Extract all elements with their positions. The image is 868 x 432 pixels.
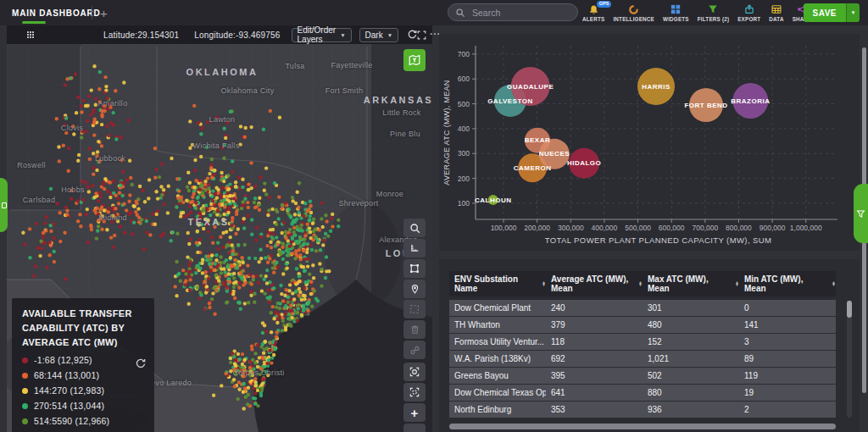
- table-vertical-scrollbar-thumb[interactable]: [847, 301, 852, 318]
- svg-text:400: 400: [458, 125, 470, 133]
- map-recenter-button[interactable]: [403, 363, 426, 381]
- legend-item--1:68[interactable]: -1:68 (12,925): [22, 355, 144, 365]
- map-select-region-button[interactable]: [403, 300, 426, 318]
- sort-icon[interactable]: ▲▼: [832, 281, 836, 286]
- svg-text:TOTAL POWER PLANT PLANNED CAPA: TOTAL POWER PLANT PLANNED CAPACITY (MW),…: [545, 235, 772, 245]
- nav-export-label: EXPORT: [737, 16, 760, 22]
- nav-widgets-button[interactable]: WIDGETS: [659, 0, 693, 25]
- bell-icon: GPS: [588, 3, 599, 15]
- svg-text:200,000: 200,000: [524, 224, 550, 232]
- column-header[interactable]: Average ATC (MW), Mean▲▼: [546, 274, 643, 293]
- map-canvas[interactable]: OKLAHOMATulsaFayettevilleOklahoma CityFo…: [7, 44, 432, 432]
- search-icon: [409, 222, 421, 235]
- search-box[interactable]: [448, 3, 578, 21]
- legend-item-144:270[interactable]: 144:270 (12,983): [22, 385, 144, 396]
- nav-alerts-button[interactable]: GPSALERTS: [578, 0, 609, 25]
- table-cell: Greens Bayou: [449, 371, 546, 380]
- search-input[interactable]: [470, 7, 570, 19]
- table-cell: 240: [546, 303, 643, 313]
- svg-text:NUECES: NUECES: [539, 150, 570, 158]
- svg-text:800,000: 800,000: [726, 224, 752, 232]
- save-button[interactable]: SAVE ▾: [804, 3, 860, 22]
- map-zoom-out-button[interactable]: −: [403, 424, 426, 432]
- legend-item-label: -1:68 (12,925): [34, 355, 92, 365]
- svg-text:100: 100: [458, 199, 470, 208]
- table-horizontal-scrollbar[interactable]: [449, 424, 836, 429]
- svg-text:100,000: 100,000: [491, 224, 517, 232]
- table-cell: 141: [739, 320, 836, 330]
- dashedrect-icon: [409, 303, 420, 315]
- chevron-down-icon: ▼: [340, 32, 345, 38]
- svg-text:GUADALUPE: GUADALUPE: [507, 83, 554, 91]
- ruler-icon: [409, 242, 420, 254]
- svg-text:700,000: 700,000: [692, 224, 718, 232]
- table-header-row: ENV Substation Name▲▼Average ATC (MW), M…: [449, 271, 836, 296]
- svg-text:300: 300: [458, 149, 470, 158]
- map-locate-button[interactable]: [403, 383, 426, 402]
- legend-item-68:144[interactable]: 68:144 (13,001): [22, 370, 144, 380]
- table-row[interactable]: W.A. Parish (138Kv)6921,02189: [449, 351, 836, 367]
- map-measure-button[interactable]: [403, 239, 426, 258]
- map-fullscreen-icon[interactable]: [417, 29, 426, 41]
- map-drop-pin-button[interactable]: [403, 280, 426, 298]
- svg-text:700: 700: [458, 50, 470, 58]
- tab-label: MAIN DASHBOARD: [12, 8, 101, 18]
- edit-order-layers-button[interactable]: Edit/Order Layers▼: [292, 28, 352, 42]
- table-cell: 880: [643, 388, 739, 397]
- table-row[interactable]: Formosa Utility Ventur...1181523: [449, 334, 836, 350]
- widget-drag-handle-icon[interactable]: [27, 31, 34, 38]
- column-header[interactable]: ENV Substation Name▲▼: [449, 274, 546, 293]
- chart-bubbles: GALVESTONGUADALUPEHARRISFORT BENDBRAZORI…: [475, 67, 770, 205]
- legend-item-label: 514:5590 (12,966): [34, 416, 109, 426]
- nav-data-button[interactable]: DATA: [765, 0, 787, 25]
- svg-text:400,000: 400,000: [592, 224, 618, 232]
- table-cell: Formosa Utility Ventur...: [449, 337, 546, 346]
- svg-text:300,000: 300,000: [558, 224, 584, 232]
- nav-data-label: DATA: [769, 16, 783, 22]
- bubble-chart[interactable]: 100200300400500600700100,000200,000300,0…: [439, 34, 860, 251]
- column-header-label: Average ATC (MW), Mean: [551, 274, 632, 293]
- map-draw-polygon-button[interactable]: [403, 259, 426, 278]
- map-layers-filter-button[interactable]: [403, 49, 426, 71]
- table-row[interactable]: TH Wharton379480141: [449, 317, 836, 333]
- nav-intelligence-button[interactable]: INTELLIGENCE: [609, 0, 659, 25]
- table-cell: 379: [546, 320, 643, 330]
- save-label[interactable]: SAVE: [804, 3, 847, 22]
- table-vertical-scrollbar[interactable]: [847, 300, 852, 418]
- map-widget-panel: Latitude:29.154301 Longitude:-93.469756 …: [7, 25, 432, 432]
- nav-alerts-label: ALERTS: [582, 16, 604, 22]
- map-theme-select[interactable]: Dark▼: [359, 28, 399, 42]
- table-cell: North Edinburg: [449, 405, 546, 414]
- table-cell: 502: [643, 371, 739, 380]
- table-cell: Dow Chemical Plant: [449, 303, 546, 313]
- table-row[interactable]: Dow Chemical Plant2403010: [449, 300, 836, 316]
- table-cell: 3: [739, 337, 836, 346]
- table-row[interactable]: Dow Chemical Texas Ope...64188019: [449, 385, 836, 401]
- map-zoom-search-button[interactable]: [403, 219, 426, 237]
- map-zoom-in-button[interactable]: +: [403, 403, 426, 422]
- svg-text:HIDALGO: HIDALGO: [567, 159, 601, 167]
- legend-item-270:514[interactable]: 270:514 (13,044): [22, 401, 144, 411]
- table-row[interactable]: Greens Bayou395502119: [449, 368, 836, 384]
- add-tab-button[interactable]: +: [100, 0, 108, 25]
- svg-text:GALVESTON: GALVESTON: [487, 97, 533, 105]
- legend-item-514:5590[interactable]: 514:5590 (12,966): [22, 416, 144, 426]
- map-refresh-icon[interactable]: [407, 29, 417, 41]
- svg-text:500,000: 500,000: [625, 224, 651, 232]
- map-longitude-readout: Longitude:-93.469756: [194, 30, 280, 40]
- nav-export-button[interactable]: EXPORT: [733, 0, 765, 25]
- map-widget-header: Latitude:29.154301 Longitude:-93.469756 …: [7, 25, 432, 44]
- legend-refresh-icon[interactable]: [135, 357, 146, 373]
- column-header-label: Max ATC (MW), Mean: [648, 274, 729, 293]
- map-link-selection-button[interactable]: [403, 341, 426, 359]
- column-header[interactable]: Max ATC (MW), Mean▲▼: [643, 274, 739, 293]
- table-cell: 2: [739, 405, 836, 414]
- layers-side-tab[interactable]: [0, 178, 8, 232]
- save-dropdown-caret[interactable]: ▾: [846, 3, 860, 22]
- nav-filters-button[interactable]: FILTERS (2): [693, 0, 733, 25]
- legend-title: AVAILABLE TRANSFER CAPABILITY (ATC) BY A…: [22, 307, 144, 350]
- map-delete-shape-button[interactable]: [403, 320, 426, 339]
- column-header[interactable]: Min ATC (MW), Mean▲▼: [739, 274, 836, 293]
- filters-side-tab[interactable]: [854, 184, 868, 243]
- table-row[interactable]: North Edinburg3539362: [449, 402, 836, 418]
